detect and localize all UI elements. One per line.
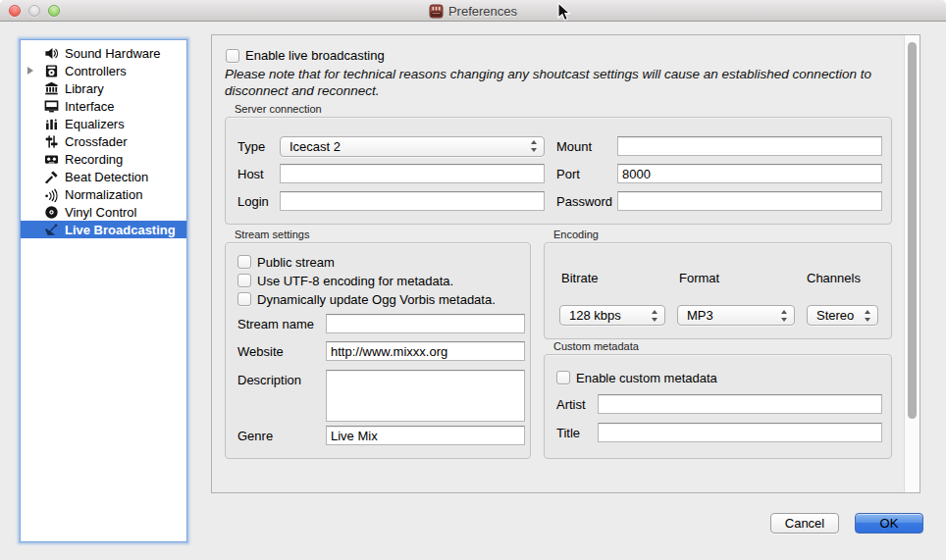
sidebar-item-recording[interactable]: Recording <box>21 150 186 168</box>
ok-button[interactable]: OK <box>855 513 923 534</box>
format-value: MP3 <box>687 308 713 323</box>
broadcast-icon <box>44 223 59 237</box>
preferences-window: Preferences Sound Hardware Controllers L… <box>0 0 946 560</box>
scrollbar-thumb[interactable] <box>908 42 917 419</box>
sidebar-item-sound-hardware[interactable]: Sound Hardware <box>21 44 186 62</box>
bitrate-label: Bitrate <box>561 271 599 285</box>
live-broadcasting-panel: Enable live broadcasting Please note tha… <box>211 34 920 493</box>
title-label: Title <box>556 426 598 440</box>
port-label: Port <box>556 167 617 181</box>
monitor-icon <box>44 99 59 114</box>
encoding-group: Bitrate Format Channels 128 kbps MP3 Ste… <box>544 242 892 339</box>
mount-label: Mount <box>556 139 617 154</box>
preferences-category-list[interactable]: Sound Hardware Controllers Library Inter… <box>20 39 187 542</box>
sidebar-item-interface[interactable]: Interface <box>21 97 186 115</box>
public-stream-checkbox[interactable] <box>237 255 251 269</box>
window-title: Preferences <box>448 4 517 19</box>
description-label: Description <box>237 370 326 422</box>
website-input[interactable] <box>326 341 525 361</box>
type-value: Icecast 2 <box>289 139 341 154</box>
public-stream-label: Public stream <box>257 255 335 270</box>
vertical-scrollbar[interactable] <box>904 35 920 492</box>
enable-live-broadcasting-label: Enable live broadcasting <box>245 48 385 63</box>
crossfader-icon <box>44 134 59 149</box>
sidebar-item-equalizers[interactable]: Equalizers <box>21 115 186 132</box>
password-label: Password <box>556 194 617 209</box>
shoutcast-note: Please note that for technical reasons c… <box>225 66 906 99</box>
stepper-arrows-icon <box>652 310 658 322</box>
type-label: Type <box>237 139 280 154</box>
stream-settings-group: Public stream Use UTF-8 encoding for met… <box>225 242 531 459</box>
sidebar-item-vinyl-control[interactable]: Vinyl Control <box>21 203 186 221</box>
sidebar-item-crossfader[interactable]: Crossfader <box>21 132 186 150</box>
enable-custom-metadata-checkbox[interactable] <box>556 371 570 384</box>
bitrate-value: 128 kbps <box>569 308 621 323</box>
type-dropdown[interactable]: Icecast 2 <box>280 136 545 157</box>
encoding-title: Encoding <box>553 229 599 240</box>
artist-label: Artist <box>556 397 598 412</box>
use-utf-8-encoding-for-metadata-label: Use UTF-8 encoding for metadata. <box>257 274 453 288</box>
channels-dropdown[interactable]: Stereo <box>807 305 878 326</box>
genre-label: Genre <box>237 426 326 445</box>
genre-input[interactable] <box>326 426 525 445</box>
recording-icon <box>44 152 59 167</box>
cancel-button[interactable]: Cancel <box>770 513 839 534</box>
equalizer-icon <box>44 117 59 131</box>
channels-label: Channels <box>807 271 861 285</box>
stream-name-label: Stream name <box>237 314 326 333</box>
format-label: Format <box>679 271 719 285</box>
stream-settings-title: Stream settings <box>235 229 309 240</box>
server-connection-group: Type Icecast 2 Mount Host Port Login Pas… <box>225 117 892 225</box>
mouse-cursor <box>557 2 571 23</box>
sidebar-item-beat-detection[interactable]: Beat Detection <box>21 168 186 185</box>
controller-icon <box>44 64 59 78</box>
dynamically-update-ogg-vorbis-metadata-label: Dynamically update Ogg Vorbis metadata. <box>257 292 496 307</box>
bitrate-dropdown[interactable]: 128 kbps <box>559 305 665 326</box>
login-label: Login <box>237 194 280 209</box>
login-input[interactable] <box>280 191 545 211</box>
enable-custom-metadata-label: Enable custom metadata <box>576 371 717 385</box>
port-input[interactable] <box>617 164 882 183</box>
sidebar-item-live-broadcasting[interactable]: Live Broadcasting <box>21 221 186 238</box>
beat-detection-icon <box>44 170 59 184</box>
custom-metadata-title: Custom metadata <box>553 340 639 352</box>
use-utf-8-encoding-for-metadata-checkbox[interactable] <box>237 274 251 287</box>
title-input[interactable] <box>598 423 882 442</box>
speaker-icon <box>44 46 59 61</box>
channels-value: Stereo <box>816 308 854 323</box>
sidebar-item-library[interactable]: Library <box>21 79 186 97</box>
disclosure-triangle-icon[interactable] <box>27 67 33 75</box>
sidebar-item-controllers[interactable]: Controllers <box>21 62 186 79</box>
server-connection-title: Server connection <box>235 103 322 115</box>
artist-input[interactable] <box>598 394 882 414</box>
mount-input[interactable] <box>617 136 882 156</box>
titlebar[interactable]: Preferences <box>0 0 946 22</box>
mixxx-preferences-icon <box>429 4 444 19</box>
password-input[interactable] <box>617 191 882 211</box>
host-input[interactable] <box>280 164 545 183</box>
stream-name-input[interactable] <box>326 314 525 333</box>
stepper-arrows-icon <box>865 310 871 322</box>
library-icon <box>44 81 59 96</box>
dynamically-update-ogg-vorbis-metadata-checkbox[interactable] <box>237 292 251 306</box>
stepper-arrows-icon <box>531 140 538 152</box>
stepper-arrows-icon <box>781 310 788 322</box>
website-label: Website <box>237 341 326 361</box>
enable-live-broadcasting-row: Enable live broadcasting <box>226 48 385 63</box>
vinyl-icon <box>44 205 59 220</box>
normalization-icon <box>44 187 59 202</box>
format-dropdown[interactable]: MP3 <box>677 305 795 326</box>
custom-metadata-group: Enable custom metadata Artist Title <box>544 354 892 459</box>
title-group: Preferences <box>0 0 946 22</box>
sidebar-item-normalization[interactable]: Normalization <box>21 185 186 203</box>
host-label: Host <box>237 167 280 181</box>
description-input[interactable] <box>326 370 525 422</box>
enable-live-broadcasting-checkbox[interactable] <box>226 49 239 63</box>
